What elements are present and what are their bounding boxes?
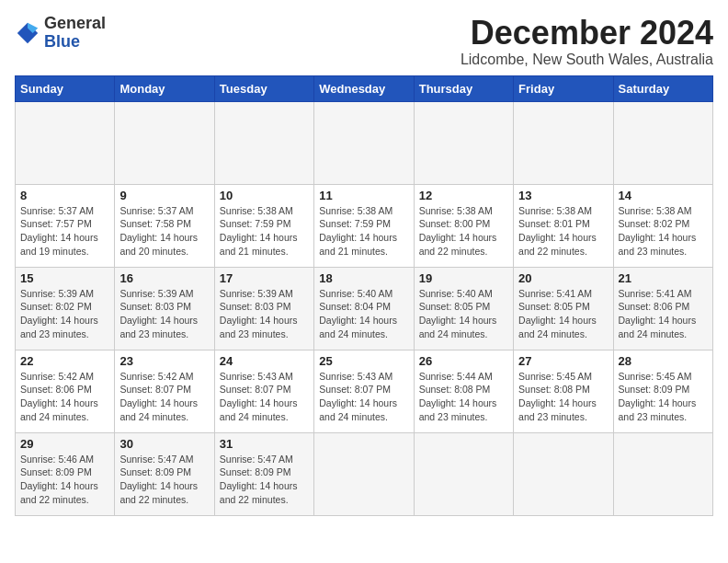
- logo-blue: Blue: [44, 32, 80, 51]
- header-row: SundayMondayTuesdayWednesdayThursdayFrid…: [16, 75, 713, 101]
- day-detail: Sunrise: 5:47 AMSunset: 8:09 PMDaylight:…: [119, 454, 198, 505]
- day-detail: Sunrise: 5:44 AMSunset: 8:08 PMDaylight:…: [419, 371, 497, 422]
- logo-text: General Blue: [44, 15, 106, 52]
- day-number: 27: [518, 354, 608, 368]
- calendar-cell: 30Sunrise: 5:47 AMSunset: 8:09 PMDayligh…: [115, 432, 214, 515]
- col-header-saturday: Saturday: [613, 75, 712, 101]
- col-header-monday: Monday: [115, 75, 214, 101]
- day-number: 21: [619, 271, 708, 285]
- day-number: 30: [119, 437, 209, 451]
- calendar-cell: 29Sunrise: 5:46 AMSunset: 8:09 PMDayligh…: [16, 432, 115, 515]
- calendar-cell: [414, 101, 513, 184]
- calendar-cell: 21Sunrise: 5:41 AMSunset: 8:06 PMDayligh…: [613, 267, 712, 350]
- week-row: 22Sunrise: 5:42 AMSunset: 8:06 PMDayligh…: [16, 350, 713, 432]
- logo: General Blue: [15, 15, 106, 52]
- page-header: General Blue December 2024 Lidcombe, New…: [15, 15, 713, 68]
- day-number: 23: [119, 354, 209, 368]
- day-detail: Sunrise: 5:41 AMSunset: 8:06 PMDaylight:…: [619, 288, 697, 339]
- col-header-tuesday: Tuesday: [214, 75, 313, 101]
- calendar-cell: [613, 101, 712, 184]
- week-row: 8Sunrise: 5:37 AMSunset: 7:57 PMDaylight…: [16, 184, 713, 267]
- week-row: [16, 101, 713, 184]
- day-number: 29: [20, 437, 109, 451]
- day-detail: Sunrise: 5:39 AMSunset: 8:02 PMDaylight:…: [20, 288, 98, 339]
- logo-general: General: [44, 14, 106, 32]
- calendar-cell: 23Sunrise: 5:42 AMSunset: 8:07 PMDayligh…: [115, 350, 214, 432]
- calendar-cell: [16, 101, 115, 184]
- day-number: 20: [518, 271, 608, 285]
- day-number: 13: [518, 189, 608, 202]
- calendar-cell: 11Sunrise: 5:38 AMSunset: 7:59 PMDayligh…: [314, 184, 414, 267]
- day-number: 11: [319, 189, 408, 202]
- day-number: 26: [419, 354, 508, 368]
- day-detail: Sunrise: 5:38 AMSunset: 8:01 PMDaylight:…: [518, 205, 597, 257]
- calendar-cell: 31Sunrise: 5:47 AMSunset: 8:09 PMDayligh…: [214, 432, 313, 515]
- calendar-cell: 10Sunrise: 5:38 AMSunset: 7:59 PMDayligh…: [214, 184, 313, 267]
- calendar-cell: 18Sunrise: 5:40 AMSunset: 8:04 PMDayligh…: [314, 267, 414, 350]
- day-number: 25: [319, 354, 408, 368]
- calendar-cell: 8Sunrise: 5:37 AMSunset: 7:57 PMDaylight…: [16, 184, 115, 267]
- day-detail: Sunrise: 5:45 AMSunset: 8:08 PMDaylight:…: [518, 371, 597, 422]
- day-detail: Sunrise: 5:39 AMSunset: 8:03 PMDaylight:…: [220, 288, 298, 339]
- calendar-cell: [314, 101, 414, 184]
- calendar-cell: 26Sunrise: 5:44 AMSunset: 8:08 PMDayligh…: [414, 350, 513, 432]
- col-header-sunday: Sunday: [16, 75, 115, 101]
- day-number: 10: [220, 189, 309, 202]
- calendar-cell: 17Sunrise: 5:39 AMSunset: 8:03 PMDayligh…: [214, 267, 313, 350]
- day-number: 9: [119, 189, 209, 202]
- week-row: 29Sunrise: 5:46 AMSunset: 8:09 PMDayligh…: [16, 432, 713, 515]
- day-detail: Sunrise: 5:38 AMSunset: 8:02 PMDaylight:…: [619, 205, 697, 257]
- day-detail: Sunrise: 5:42 AMSunset: 8:06 PMDaylight:…: [20, 371, 98, 422]
- calendar-cell: 28Sunrise: 5:45 AMSunset: 8:09 PMDayligh…: [613, 350, 712, 432]
- month-title: December 2024: [461, 15, 713, 52]
- day-detail: Sunrise: 5:38 AMSunset: 7:59 PMDaylight:…: [319, 205, 397, 257]
- day-number: 8: [20, 189, 109, 202]
- day-detail: Sunrise: 5:46 AMSunset: 8:09 PMDaylight:…: [20, 454, 98, 505]
- day-number: 12: [419, 189, 508, 202]
- calendar-cell: 12Sunrise: 5:38 AMSunset: 8:00 PMDayligh…: [414, 184, 513, 267]
- calendar-cell: [514, 101, 613, 184]
- col-header-friday: Friday: [514, 75, 613, 101]
- calendar-cell: 20Sunrise: 5:41 AMSunset: 8:05 PMDayligh…: [514, 267, 613, 350]
- calendar-cell: 16Sunrise: 5:39 AMSunset: 8:03 PMDayligh…: [115, 267, 214, 350]
- day-detail: Sunrise: 5:40 AMSunset: 8:04 PMDaylight:…: [319, 288, 397, 339]
- day-detail: Sunrise: 5:45 AMSunset: 8:09 PMDaylight:…: [619, 371, 697, 422]
- day-number: 24: [220, 354, 309, 368]
- day-detail: Sunrise: 5:41 AMSunset: 8:05 PMDaylight:…: [518, 288, 597, 339]
- day-detail: Sunrise: 5:43 AMSunset: 8:07 PMDaylight:…: [319, 371, 397, 422]
- day-number: 18: [319, 271, 408, 285]
- calendar-cell: 22Sunrise: 5:42 AMSunset: 8:06 PMDayligh…: [16, 350, 115, 432]
- calendar-cell: 19Sunrise: 5:40 AMSunset: 8:05 PMDayligh…: [414, 267, 513, 350]
- calendar-cell: [214, 101, 313, 184]
- day-number: 28: [619, 354, 708, 368]
- calendar-table: SundayMondayTuesdayWednesdayThursdayFrid…: [15, 75, 713, 516]
- day-number: 14: [619, 189, 708, 202]
- calendar-cell: [414, 432, 513, 515]
- day-number: 31: [220, 437, 309, 451]
- day-detail: Sunrise: 5:47 AMSunset: 8:09 PMDaylight:…: [220, 454, 298, 505]
- day-detail: Sunrise: 5:38 AMSunset: 7:59 PMDaylight:…: [220, 205, 298, 257]
- logo-icon: [15, 20, 40, 46]
- calendar-cell: [115, 101, 214, 184]
- calendar-cell: 25Sunrise: 5:43 AMSunset: 8:07 PMDayligh…: [314, 350, 414, 432]
- calendar-cell: 15Sunrise: 5:39 AMSunset: 8:02 PMDayligh…: [16, 267, 115, 350]
- day-detail: Sunrise: 5:40 AMSunset: 8:05 PMDaylight:…: [419, 288, 497, 339]
- day-number: 15: [20, 271, 109, 285]
- day-number: 22: [20, 354, 109, 368]
- day-detail: Sunrise: 5:43 AMSunset: 8:07 PMDaylight:…: [220, 371, 298, 422]
- calendar-cell: 24Sunrise: 5:43 AMSunset: 8:07 PMDayligh…: [214, 350, 313, 432]
- day-detail: Sunrise: 5:38 AMSunset: 8:00 PMDaylight:…: [419, 205, 497, 257]
- day-detail: Sunrise: 5:37 AMSunset: 7:57 PMDaylight:…: [20, 205, 98, 257]
- col-header-thursday: Thursday: [414, 75, 513, 101]
- calendar-cell: [514, 432, 613, 515]
- day-number: 17: [220, 271, 309, 285]
- day-number: 16: [119, 271, 209, 285]
- title-block: December 2024 Lidcombe, New South Wales,…: [461, 15, 713, 68]
- calendar-cell: 14Sunrise: 5:38 AMSunset: 8:02 PMDayligh…: [613, 184, 712, 267]
- day-number: 19: [419, 271, 508, 285]
- location: Lidcombe, New South Wales, Australia: [461, 52, 713, 68]
- calendar-cell: [314, 432, 414, 515]
- calendar-cell: [613, 432, 712, 515]
- col-header-wednesday: Wednesday: [314, 75, 414, 101]
- day-detail: Sunrise: 5:42 AMSunset: 8:07 PMDaylight:…: [119, 371, 198, 422]
